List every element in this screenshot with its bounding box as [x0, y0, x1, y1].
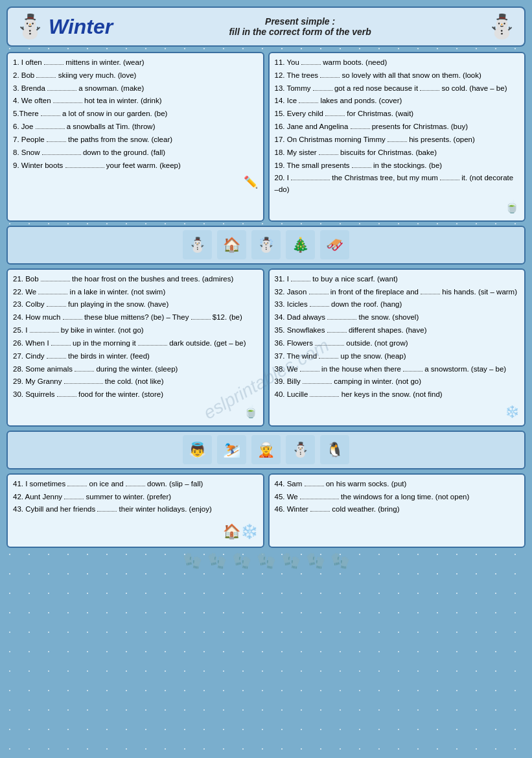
item-4: 4. We often hot tea in winter. (drink)	[13, 95, 258, 107]
item-11: 11. You warm boots. (need)	[275, 57, 520, 69]
item-21: 21. Bob the hoar frost on the bushes and…	[13, 274, 258, 285]
section1-right-box: 11. You warm boots. (need) 12. The trees…	[268, 52, 526, 222]
deco-mitten-4: 🧤	[257, 552, 276, 570]
deco-mitten-7: 🧤	[330, 552, 350, 570]
item-23: 23. Colby fun playing in the snow. (have…	[13, 299, 258, 311]
subtitle-line1: Present simple :	[113, 16, 487, 27]
deco-mitten-5: 🧤	[281, 552, 301, 570]
deco-mitten-1: 🧤	[183, 552, 202, 570]
item-34: 34. Dad always the snow. (shovel)	[275, 312, 520, 324]
item-24: 24. How much these blue mittens? (be) – …	[13, 312, 258, 324]
item-45: 45. We the windows for a long time. (not…	[275, 492, 520, 503]
page-wrapper: ⛄ Winter Present simple : fill in the co…	[6, 6, 526, 570]
item-46: 46. Winter cold weather. (bring)	[275, 504, 520, 515]
item-26: 26. When I up in the morning it dark out…	[13, 338, 258, 349]
pencil-icon: ✏️	[244, 176, 258, 189]
item-27: 27. Cindy the birds in winter. (feed)	[13, 351, 258, 362]
item-18: 18. My sister biscuits for Christmas. (b…	[275, 147, 520, 159]
top-grid: 1. I often mittens in winter. (wear) 2. …	[6, 52, 526, 222]
deco-angel: 👼	[183, 435, 212, 464]
item-9: 9. Winter boots your feet warm. (keep)	[13, 160, 258, 172]
mug-icon: 🍵	[505, 200, 519, 213]
section2-right-box: 31. I to buy a nice scarf. (want) 32. Ja…	[268, 268, 526, 427]
item-33: 33. Icicles down the roof. (hang)	[275, 299, 520, 311]
item-20: 20. I the Christmas tree, but my mum it.…	[275, 172, 520, 196]
item-42: 42. Aunt Jenny summer to winter. (prefer…	[13, 492, 258, 503]
section3-right-box: 44. Sam on his warm socks. (put) 45. We …	[268, 473, 526, 549]
item-6: 6. Joe a snowballs at Tim. (throw)	[13, 121, 258, 133]
item-35: 35. Snowflakes different shapes. (have)	[275, 325, 520, 337]
deco-penguin: 🐧	[320, 435, 349, 464]
item-39: 39. Billy camping in winter. (not go)	[275, 376, 520, 388]
item-12: 12. The trees so lovely with all that sn…	[275, 70, 520, 82]
item-16: 16. Jane and Angelina presents for Chris…	[275, 121, 520, 133]
item-32: 32. Jason in front of the fireplace and …	[275, 287, 520, 298]
item-37: 37. The wind up the snow. (heap)	[275, 351, 520, 362]
second-row: 21. Bob the hoar frost on the bushes and…	[6, 268, 526, 427]
deco-snowman-2: ☃️	[251, 230, 281, 259]
item-43: 43. Cybill and her friends their winter …	[13, 504, 258, 515]
item-7: 7. People the paths from the snow. (clea…	[13, 134, 258, 146]
item-36: 36. Flowers outside. (not grow)	[275, 338, 520, 349]
item-2: 2. Bob skiing very much. (love)	[13, 70, 258, 82]
deco-snowman-1: ⛄	[183, 230, 212, 259]
subtitle-line2: fill in the correct form of the verb	[113, 27, 487, 37]
item-14: 14. Ice lakes and ponds. (cover)	[275, 95, 520, 107]
item-31: 31. I to buy a nice scarf. (want)	[275, 274, 520, 285]
item-38: 38. We in the house when there a snowsto…	[275, 364, 520, 375]
item-40: 40. Lucille her keys in the snow. (not f…	[275, 389, 520, 401]
mug2-icon: 🍵	[244, 405, 258, 418]
section1-left-box: 1. I often mittens in winter. (wear) 2. …	[6, 52, 264, 222]
image-strip-1: ⛄ 🏠 ☃️ 🎄 🛷	[6, 226, 526, 265]
image-strip-2: 👼 ⛷️ 🧝 ⛄ 🐧	[6, 431, 526, 469]
section3-left-box: 41. I sometimes on ice and down. (slip –…	[6, 473, 264, 549]
header-box: ⛄ Winter Present simple : fill in the co…	[6, 6, 526, 47]
deco-mitten-3: 🧤	[232, 552, 251, 570]
item-22: 22. We in a lake in winter. (not swim)	[13, 287, 258, 298]
item-30: 30. Squirrels food for the winter. (stor…	[13, 389, 258, 401]
bottom-deco-strip: 🧤 🧤 🧤 🧤 🧤 🧤 🧤	[6, 552, 526, 570]
deco-skier: ⛷️	[217, 435, 246, 464]
item-17: 17. On Christmas morning Timmy his prese…	[275, 134, 520, 146]
house2-icon: 🏠❄️	[223, 523, 258, 539]
deco-mitten-6: 🧤	[306, 552, 325, 570]
deco-snowman3: ⛄	[286, 435, 315, 464]
item-13: 13. Tommy got a red nose because it so c…	[275, 83, 520, 95]
deco-christmas: 🎄	[286, 230, 315, 259]
snowflake2-icon: ❄️	[505, 405, 519, 418]
deco-sled: 🛷	[320, 230, 349, 259]
item-25: 25. I by bike in winter. (not go)	[13, 325, 258, 337]
deco-mitten-2: 🧤	[207, 552, 227, 570]
header-left: ⛄ Winter	[16, 13, 113, 40]
item-15: 15. Every child for Christmas. (wait)	[275, 108, 520, 120]
third-row: 41. I sometimes on ice and down. (slip –…	[6, 473, 526, 549]
section2-left-box: 21. Bob the hoar frost on the bushes and…	[6, 268, 264, 427]
item-28: 28. Some animals during the winter. (sle…	[13, 364, 258, 375]
deco-elf: 🧝	[251, 435, 281, 464]
item-5: 5.There a lot of snow in our garden. (be…	[13, 108, 258, 120]
deco-house: 🏠	[217, 230, 246, 259]
item-29: 29. My Granny the cold. (not like)	[13, 376, 258, 388]
page-title: Winter	[49, 15, 113, 39]
item-44: 44. Sam on his warm socks. (put)	[275, 479, 520, 490]
snowman-left-icon: ⛄	[16, 13, 45, 40]
item-19: 19. The small presents in the stockings.…	[275, 160, 520, 172]
item-3: 3. Brenda a snowman. (make)	[13, 83, 258, 95]
item-8: 8. Snow down to the ground. (fall)	[13, 147, 258, 159]
snowman-right-icon: ⛄	[487, 13, 516, 40]
header-subtitle: Present simple : fill in the correct for…	[113, 16, 487, 37]
item-41: 41. I sometimes on ice and down. (slip –…	[13, 479, 258, 490]
item-1: 1. I often mittens in winter. (wear)	[13, 57, 258, 69]
